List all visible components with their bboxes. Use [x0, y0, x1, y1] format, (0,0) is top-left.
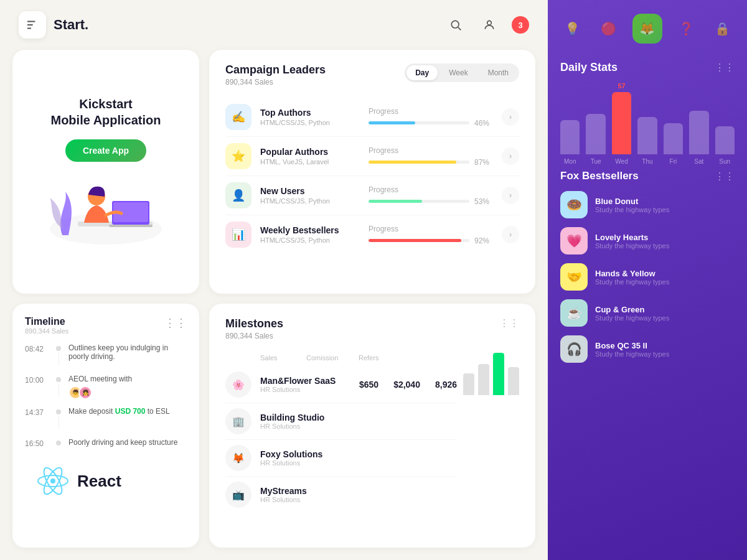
- milestone-info: Foxy Solutions HR Solutions: [260, 449, 457, 467]
- user-icon[interactable]: [478, 14, 500, 36]
- campaign-icon: ⭐: [225, 143, 251, 169]
- bestseller-sub: Study the highway types: [595, 314, 735, 322]
- daily-stats-menu-icon[interactable]: ⋮⋮: [715, 62, 735, 73]
- bestseller-sub: Study the highway types: [595, 350, 735, 358]
- svg-rect-2: [27, 28, 31, 29]
- tab-day[interactable]: Day: [406, 65, 438, 80]
- bar-rect: [689, 111, 708, 154]
- campaign-name: Weekly Bestsellers: [260, 225, 360, 235]
- campaign-tags: HTML, VueJS, Laravel: [260, 158, 360, 166]
- campaign-row-arrow[interactable]: ›: [502, 187, 519, 204]
- bestseller-sub: Study the highway types: [595, 242, 735, 250]
- bestseller-row: 🍩 Blue Donut Study the highway types: [560, 191, 735, 218]
- bar-day-label: Tue: [591, 158, 601, 165]
- bestseller-name: Hands & Yellow: [595, 269, 735, 278]
- bestseller-name: Bose QC 35 II: [595, 341, 735, 350]
- fox-bestsellers-title: Fox Bestsellers: [560, 170, 639, 182]
- bar-chart-col: Thu: [637, 117, 657, 165]
- timeline-card: ⋮⋮ Timeline 890,344 Sales 08:42 Outlines…: [12, 304, 199, 548]
- bestseller-row: ☕ Cup & Green Study the highway types: [560, 299, 735, 327]
- bestseller-row: 💗 Lovely Hearts Study the highway types: [560, 227, 735, 254]
- tab-month[interactable]: Month: [479, 65, 517, 80]
- campaign-row-arrow[interactable]: ›: [502, 226, 519, 243]
- bar-day-label: Wed: [615, 158, 627, 165]
- bestseller-info: Cup & Green Study the highway types: [595, 305, 735, 322]
- milestones-header: Milestones 890,344 Sales ⋮⋮: [225, 317, 519, 340]
- bar-rect: [715, 126, 735, 154]
- react-logo-icon: [37, 465, 68, 497]
- notification-badge[interactable]: 3: [512, 16, 529, 34]
- bar-chart-col: Sat: [689, 111, 708, 165]
- fox-bestsellers-header: Fox Bestsellers ⋮⋮: [560, 170, 735, 182]
- campaign-rows: ✍️ Top Authors HTML/CSS/JS, Python Progr…: [225, 98, 519, 254]
- bestseller-row: 🎧 Bose QC 35 II Study the highway types: [560, 335, 735, 363]
- fox-bestsellers-menu-icon[interactable]: ⋮⋮: [715, 170, 735, 182]
- bestseller-sub: Study the highway types: [595, 278, 735, 286]
- create-app-button[interactable]: Create App: [65, 139, 146, 162]
- bestseller-rows: 🍩 Blue Donut Study the highway types 💗 L…: [560, 191, 735, 363]
- milestone-type: HR Solutions: [260, 459, 457, 467]
- milestone-icon: 🦊: [225, 445, 251, 471]
- campaign-row: ⭐ Popular Authors HTML, VueJS, Laravel P…: [225, 137, 519, 176]
- campaign-row-arrow[interactable]: ›: [502, 108, 519, 126]
- bar-rect: [586, 114, 605, 154]
- bestseller-row: 🤝 Hands & Yellow Study the highway types: [560, 263, 735, 291]
- milestone-type: HR Solutions: [260, 496, 457, 503]
- main-area: Start. 3 Kickstart Mobile Application: [0, 0, 548, 560]
- bestseller-info: Lovely Hearts Study the highway types: [595, 233, 735, 250]
- timeline-item: 08:42 Outlines keep you indulging in poo…: [25, 343, 187, 367]
- campaign-name: Top Authors: [260, 108, 360, 118]
- timeline-text: Make deposit USD 700 to ESL: [68, 407, 187, 416]
- panel-nav-fox-icon[interactable]: 🦊: [632, 14, 662, 44]
- bestseller-thumb: 🤝: [560, 263, 588, 291]
- bestseller-thumb: 🎧: [560, 335, 588, 363]
- panel-nav-bulb-icon[interactable]: 💡: [560, 16, 585, 41]
- bar-rect: [560, 120, 580, 154]
- bar-chart-col: Sun: [715, 126, 735, 165]
- bestseller-thumb: 💗: [560, 227, 588, 254]
- panel-nav-lock-icon[interactable]: 🔒: [710, 16, 735, 41]
- timeline-text: Poorly driving and keep structure: [68, 438, 187, 447]
- tab-week[interactable]: Week: [440, 65, 476, 80]
- panel-nav-record-icon[interactable]: 🔴: [596, 16, 621, 41]
- milestone-chart-bar: [478, 364, 489, 395]
- bar-rect: [637, 117, 657, 154]
- col-commission-label: Comission: [306, 354, 344, 362]
- milestone-chart-bar: [463, 373, 474, 395]
- bar-chart: Mon Tue 57 Wed Thu Fri Sat Sun: [560, 84, 735, 165]
- panel-top-nav: 💡 🔴 🦊 ❓ 🔒: [548, 0, 747, 52]
- milestones-menu-icon[interactable]: ⋮⋮: [499, 317, 519, 329]
- bestseller-info: Bose QC 35 II Study the highway types: [595, 341, 735, 358]
- timeline-dots-icon[interactable]: ⋮⋮: [164, 316, 187, 330]
- illustration: [44, 173, 168, 248]
- timeline-dot: [56, 441, 61, 446]
- bar-rect: [612, 92, 631, 154]
- panel-content: Daily Stats ⋮⋮ Mon Tue 57 Wed Thu Fri Sa…: [548, 52, 747, 560]
- timeline-subtitle: 890,344 Sales: [25, 327, 187, 335]
- bestseller-name: Cup & Green: [595, 305, 735, 314]
- stat-commission: $2,040: [393, 380, 420, 390]
- milestones-list: Sales Comission Refers 🌸 Man&Flower SaaS…: [225, 352, 457, 513]
- bar-peak-value: 57: [618, 82, 625, 90]
- campaign-icon: 👤: [225, 182, 251, 208]
- right-panel: 💡 🔴 🦊 ❓ 🔒 Daily Stats ⋮⋮ Mon Tue 57 Wed …: [548, 0, 747, 560]
- timeline-dot: [56, 377, 61, 382]
- campaign-row-arrow[interactable]: ›: [502, 147, 519, 165]
- panel-nav-question-icon[interactable]: ❓: [674, 16, 698, 41]
- milestone-icon: 🌸: [225, 371, 251, 398]
- search-icon[interactable]: [444, 14, 467, 36]
- svg-rect-1: [27, 24, 33, 26]
- timeline-dot: [56, 346, 61, 351]
- bar-chart-col: Fri: [664, 123, 683, 165]
- timeline-item: 10:00 AEOL meeting with 👦 👧: [25, 375, 187, 399]
- campaign-row: ✍️ Top Authors HTML/CSS/JS, Python Progr…: [225, 98, 519, 137]
- col-refers-label: Refers: [359, 354, 390, 362]
- milestones-content: Sales Comission Refers 🌸 Man&Flower SaaS…: [225, 352, 519, 513]
- bar-day-label: Thu: [642, 158, 652, 165]
- campaign-subtitle: 890,344 Sales: [225, 78, 326, 86]
- col-sales-label: Sales: [260, 354, 291, 362]
- bar-day-label: Sat: [694, 158, 703, 165]
- campaign-info: Weekly Bestsellers HTML/CSS/JS, Python: [260, 225, 360, 244]
- campaign-card: Campaign Leaders 890,344 Sales Day Week …: [209, 50, 535, 294]
- bestseller-name: Blue Donut: [595, 197, 735, 206]
